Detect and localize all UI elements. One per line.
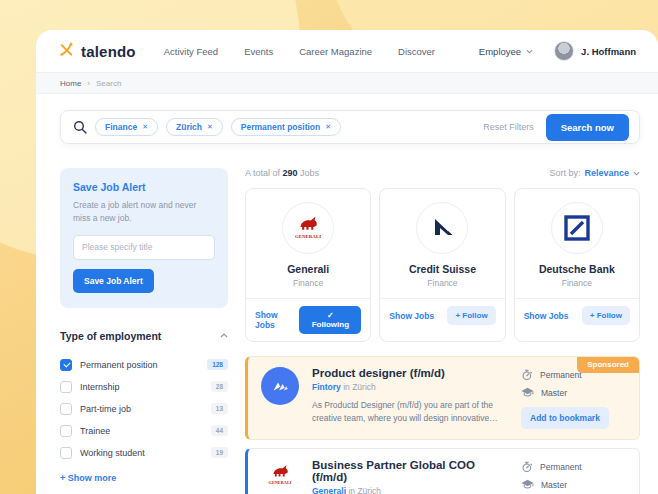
employment-option-trainee[interactable]: Trainee 44 <box>60 420 228 442</box>
nav-item-events[interactable]: Events <box>244 46 273 57</box>
option-label: Part-time job <box>80 404 131 414</box>
save-job-alert-card: Save Job Alert Create a job alert now an… <box>60 168 228 308</box>
job-title[interactable]: Product designer (f/m/d) <box>312 367 509 379</box>
add-to-bookmark-button[interactable]: Add to bookmark <box>521 407 609 429</box>
nav-item-activity-feed[interactable]: Activity Feed <box>164 46 218 57</box>
svg-text:GENERALI: GENERALI <box>295 234 321 239</box>
employment-type: Permanent <box>521 461 627 473</box>
show-jobs-link[interactable]: Show Jobs <box>389 311 434 321</box>
filter-chip-permanent-position[interactable]: Permanent position ✕ <box>231 118 341 136</box>
degree-level: Master <box>521 479 627 490</box>
job-company-link[interactable]: Generali <box>312 486 346 494</box>
show-jobs-link[interactable]: Show Jobs <box>255 310 299 330</box>
company-card-credit-suisse: Credit Suisse Finance Show Jobs + Follow <box>379 188 505 342</box>
search-now-button[interactable]: Search now <box>546 114 629 141</box>
top-navbar: talendo Activity Feed Events Career Maga… <box>36 30 658 72</box>
checkbox[interactable] <box>60 425 72 437</box>
main-nav: Activity Feed Events Career Magazine Dis… <box>164 46 435 57</box>
search-icon <box>73 120 87 134</box>
credit-suisse-logo-icon <box>416 202 468 254</box>
fintory-logo-icon <box>260 367 300 429</box>
job-location: in Zürich <box>348 486 381 494</box>
job-description: As Productd Designer (m/f/d) you are par… <box>312 399 509 425</box>
breadcrumb-current: Search <box>96 79 121 88</box>
follow-button[interactable]: + Follow <box>447 306 495 325</box>
deutsche-bank-logo-icon <box>551 202 603 254</box>
brand-name: talendo <box>81 43 136 60</box>
degree-label: Master <box>541 388 567 398</box>
sponsored-badge: Sponsored <box>577 357 639 373</box>
company-cards: GENERALI Generali Finance Show Jobs ✓ Fo… <box>245 188 640 342</box>
company-name: Credit Suisse <box>409 263 476 275</box>
chip-close-icon[interactable]: ✕ <box>207 123 213 131</box>
employment-option-working-student[interactable]: Working student 19 <box>60 442 228 464</box>
option-label: Working student <box>80 448 145 458</box>
filter-title: Type of employment <box>60 330 161 342</box>
employment-option-internship[interactable]: Internship 28 <box>60 376 228 398</box>
filter-chip-finance[interactable]: Finance ✕ <box>95 118 158 136</box>
spark-icon <box>58 41 75 62</box>
total-count: 290 <box>283 168 298 178</box>
following-button[interactable]: ✓ Following <box>299 306 361 334</box>
total-prefix: A total of <box>245 168 280 178</box>
job-title[interactable]: Business Partner Global COO (f/m/d) <box>312 459 509 483</box>
checkbox[interactable] <box>60 447 72 459</box>
employment-option-part-time-job[interactable]: Part-time job 13 <box>60 398 228 420</box>
svg-text:GENERALI: GENERALI <box>269 480 292 485</box>
generali-logo-icon: GENERALI <box>260 459 300 494</box>
chip-label: Finance <box>105 122 137 132</box>
company-card-deutsche-bank: Deutsche Bank Finance Show Jobs + Follow <box>514 188 640 342</box>
job-list: Sponsored Product designer <box>245 356 640 494</box>
breadcrumb-home[interactable]: Home <box>60 79 81 88</box>
employment-filter-header[interactable]: Type of employment <box>60 330 228 342</box>
sort-label: Sort by: <box>549 168 580 178</box>
company-category: Finance <box>427 278 457 288</box>
nav-item-discover[interactable]: Discover <box>398 46 435 57</box>
search-bar[interactable]: Finance ✕ Zürich ✕ Permanent position ✕ … <box>60 110 640 144</box>
stopwatch-icon <box>521 369 533 381</box>
company-name: Deutsche Bank <box>539 263 615 275</box>
checkbox-checked[interactable] <box>60 359 72 371</box>
generali-logo-icon: GENERALI <box>282 202 334 254</box>
role-dropdown[interactable]: Employee <box>479 46 533 57</box>
nav-item-career-magazine[interactable]: Career Magazine <box>299 46 372 57</box>
alert-title: Save Job Alert <box>73 181 215 193</box>
alert-title-input[interactable] <box>73 235 215 260</box>
user-name: J. Hoffmann <box>581 46 636 57</box>
employment-filter-section: Type of employment Permanent position 12… <box>60 330 228 483</box>
count-badge: 44 <box>211 425 228 436</box>
sort-dropdown[interactable]: Sort by: Relevance <box>549 168 640 178</box>
employment-option-permanent-position[interactable]: Permanent position 128 <box>60 354 228 376</box>
chevron-down-icon <box>633 171 640 176</box>
breadcrumb: Home › Search <box>36 72 658 94</box>
stopwatch-icon <box>521 461 533 473</box>
follow-button[interactable]: + Follow <box>582 306 630 325</box>
count-badge: 19 <box>211 447 228 458</box>
brand-logo[interactable]: talendo <box>58 41 136 62</box>
results-header: A total of 290 Jobs Sort by: Relevance <box>245 168 640 178</box>
job-company-link[interactable]: Fintory <box>312 382 341 392</box>
save-job-alert-button[interactable]: Save Job Alert <box>73 269 154 293</box>
checkbox[interactable] <box>60 381 72 393</box>
job-card-business-partner-coo[interactable]: GENERALI Business Partner Global COO (f/… <box>245 448 640 494</box>
count-badge: 128 <box>207 359 228 370</box>
company-name: Generali <box>287 263 329 275</box>
breadcrumb-separator: › <box>87 79 90 88</box>
chip-close-icon[interactable]: ✕ <box>142 123 148 131</box>
show-jobs-link[interactable]: Show Jobs <box>524 311 569 321</box>
role-label: Employee <box>479 46 521 57</box>
job-card-product-designer[interactable]: Sponsored Product designer <box>245 356 640 440</box>
reset-filters-button[interactable]: Reset Filters <box>483 122 534 132</box>
chip-label: Zürich <box>176 122 202 132</box>
company-category: Finance <box>293 278 323 288</box>
checkbox[interactable] <box>60 403 72 415</box>
chip-close-icon[interactable]: ✕ <box>325 123 331 131</box>
job-location: in Zürich <box>343 382 376 392</box>
chip-label: Permanent position <box>241 122 320 132</box>
graduation-cap-icon <box>521 479 534 490</box>
show-more-link[interactable]: + Show more <box>60 473 228 483</box>
filter-chip-zurich[interactable]: Zürich ✕ <box>166 118 223 136</box>
user-avatar[interactable] <box>554 41 574 61</box>
app-window: talendo Activity Feed Events Career Maga… <box>36 30 658 494</box>
chevron-down-icon <box>526 49 533 54</box>
